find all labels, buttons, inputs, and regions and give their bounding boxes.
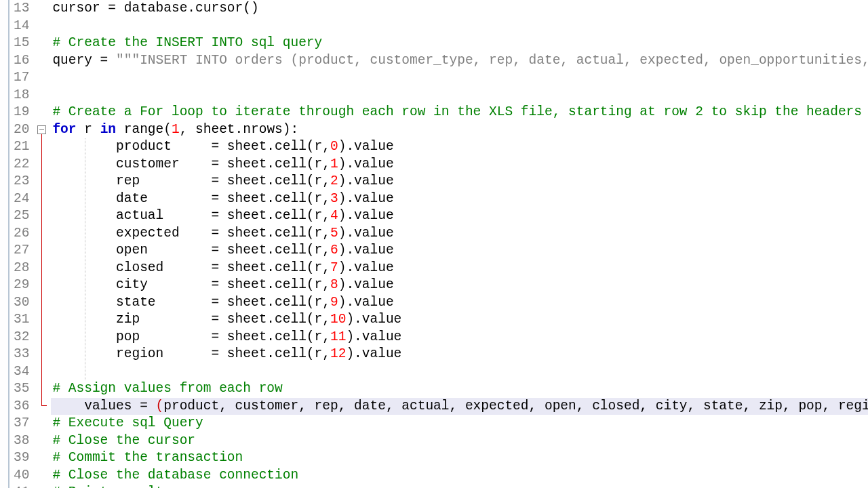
code-line[interactable]: expected = sheet.cell(r,5).value bbox=[51, 225, 868, 243]
code-line[interactable]: values = (product, customer, rep, date, … bbox=[51, 398, 868, 415]
code-line[interactable] bbox=[51, 69, 868, 87]
code-line[interactable]: pop = sheet.cell(r,11).value bbox=[51, 329, 868, 346]
line-number: 41 bbox=[14, 484, 29, 488]
code-line[interactable]: region = sheet.cell(r,12).value bbox=[51, 346, 868, 363]
line-number: 24 bbox=[14, 190, 29, 208]
code-editor[interactable]: 1314151617181920212223242526272829303132… bbox=[0, 0, 868, 488]
code-line[interactable]: city = sheet.cell(r,8).value bbox=[51, 277, 868, 294]
line-number: 21 bbox=[14, 138, 29, 156]
code-line[interactable]: # Commit the transaction bbox=[51, 449, 868, 467]
code-line[interactable] bbox=[51, 87, 868, 104]
line-number: 36 bbox=[14, 398, 29, 415]
line-number: 38 bbox=[14, 432, 29, 450]
margin-stripe bbox=[0, 0, 9, 488]
line-number: 22 bbox=[14, 156, 29, 174]
code-line[interactable]: zip = sheet.cell(r,10).value bbox=[51, 311, 868, 329]
line-number: 32 bbox=[14, 329, 29, 346]
code-line[interactable]: # Create the INSERT INTO sql query bbox=[51, 35, 868, 52]
code-line[interactable]: rep = sheet.cell(r,2).value bbox=[51, 173, 868, 190]
code-line[interactable]: customer = sheet.cell(r,1).value bbox=[51, 156, 868, 174]
line-number: 13 bbox=[14, 0, 29, 18]
line-number: 40 bbox=[14, 467, 29, 485]
line-number: 26 bbox=[14, 225, 29, 243]
fold-toggle-icon[interactable] bbox=[37, 125, 46, 134]
fold-column[interactable] bbox=[36, 0, 51, 488]
line-number-gutter: 1314151617181920212223242526272829303132… bbox=[9, 0, 36, 488]
fold-end-marker bbox=[41, 405, 47, 406]
code-line[interactable]: product = sheet.cell(r,0).value bbox=[51, 138, 868, 156]
indent-guide bbox=[85, 138, 85, 380]
code-line[interactable]: # Print results bbox=[51, 484, 868, 488]
code-line[interactable]: # Create a For loop to iterate through e… bbox=[51, 104, 868, 121]
line-number: 28 bbox=[14, 260, 29, 277]
line-number: 15 bbox=[14, 35, 29, 52]
fold-guide-line bbox=[41, 134, 42, 405]
line-number: 35 bbox=[14, 380, 29, 398]
line-number: 33 bbox=[14, 346, 29, 363]
code-line[interactable]: # Close the database connection bbox=[51, 467, 868, 485]
line-number: 27 bbox=[14, 242, 29, 260]
line-number: 31 bbox=[14, 311, 29, 329]
line-number: 37 bbox=[14, 415, 29, 432]
line-number: 14 bbox=[14, 18, 29, 35]
code-line[interactable]: date = sheet.cell(r,3).value bbox=[51, 190, 868, 208]
code-line[interactable]: open = sheet.cell(r,6).value bbox=[51, 242, 868, 260]
code-line[interactable]: # Execute sql Query bbox=[51, 415, 868, 432]
code-line[interactable] bbox=[51, 363, 868, 381]
line-number: 16 bbox=[14, 52, 29, 70]
code-line[interactable] bbox=[51, 18, 868, 35]
code-line[interactable]: actual = sheet.cell(r,4).value bbox=[51, 207, 868, 225]
code-line[interactable]: cursor = database.cursor() bbox=[51, 0, 868, 18]
line-number: 23 bbox=[14, 173, 29, 190]
code-line[interactable]: state = sheet.cell(r,9).value bbox=[51, 294, 868, 312]
line-number: 19 bbox=[14, 104, 29, 121]
code-line[interactable]: query = """INSERT INTO orders (product, … bbox=[51, 52, 868, 70]
line-number: 39 bbox=[14, 449, 29, 467]
line-number: 17 bbox=[14, 69, 29, 87]
line-number: 18 bbox=[14, 87, 29, 104]
code-line[interactable]: closed = sheet.cell(r,7).value bbox=[51, 260, 868, 277]
code-area[interactable]: cursor = database.cursor()# Create the I… bbox=[51, 0, 868, 488]
line-number: 20 bbox=[14, 121, 29, 139]
code-line[interactable]: for r in range(1, sheet.nrows): bbox=[51, 121, 868, 139]
code-line[interactable]: # Close the cursor bbox=[51, 432, 868, 450]
line-number: 29 bbox=[14, 277, 29, 294]
line-number: 34 bbox=[14, 363, 29, 381]
code-line[interactable]: # Assign values from each row bbox=[51, 380, 868, 398]
line-number: 30 bbox=[14, 294, 29, 312]
line-number: 25 bbox=[14, 207, 29, 225]
